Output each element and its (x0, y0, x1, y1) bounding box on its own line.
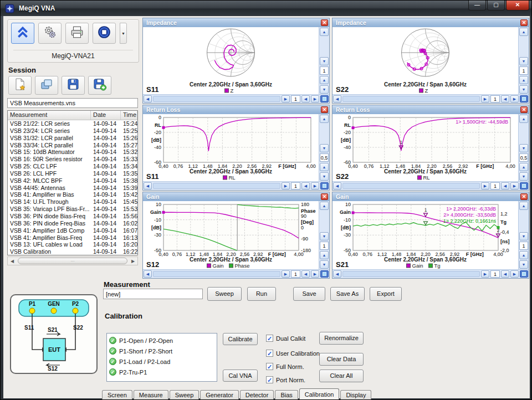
close-icon[interactable]: ✕ (520, 19, 528, 26)
chart-area[interactable]: 10Gain-10[dB]-30-501,2Tg-0,4[ns]-2,00,40… (332, 201, 518, 269)
scroll-track[interactable] (153, 96, 280, 102)
scroll-down-icon[interactable]: ▼ (519, 232, 528, 240)
chart-area[interactable]: Center 2,20GHz / Span 3,60GHzZS11 (143, 27, 319, 94)
scale-up-icon[interactable]: ▲ (320, 76, 329, 84)
scroll-down-icon[interactable]: ▼ (320, 57, 329, 65)
column-header-measurement[interactable]: Measurement (8, 111, 91, 120)
close-icon[interactable]: ✕ (321, 19, 328, 26)
panel-vscrollbar[interactable]: ▲▼1▲▼ (319, 201, 329, 269)
scroll-right-icon[interactable]: ▶ (481, 270, 489, 278)
hscale-value[interactable]: 1 (490, 182, 500, 189)
panel-mode-button[interactable] (520, 95, 528, 102)
page-left-icon[interactable]: ◀ (301, 270, 310, 278)
close-icon[interactable]: ✕ (520, 193, 528, 200)
chart-area[interactable]: Center 2,20GHz / Span 3,60GHzZS22 (332, 27, 518, 94)
table-row[interactable]: VSB 16: 50R Series resistor14-09-1415:33 (8, 156, 137, 163)
checkbox-icon[interactable]: ✓ (266, 350, 273, 357)
scale-up-icon[interactable]: ▲ (519, 163, 528, 171)
scale-down-icon[interactable]: ▼ (320, 85, 329, 94)
table-row[interactable]: VSB 21/22: LCR series14-09-1415:24 (8, 120, 137, 127)
page-right-icon[interactable]: ▶ (311, 95, 319, 102)
chart-area[interactable]: 0RL-20[dB]-40-600,400,761,121,481,842,20… (143, 114, 319, 181)
table-row[interactable]: VSB 41: Amplifier Bias-Freq14-09-1416:13 (8, 234, 137, 242)
table-row[interactable]: VSB 23/24: LCR series14-09-1415:25 (8, 127, 137, 135)
panel-hscrollbar[interactable]: ◀▶1◀▶ (143, 269, 329, 278)
panel-titlebar[interactable]: Gain✕ (143, 192, 329, 201)
tab-screen[interactable]: Screen (102, 390, 132, 400)
table-row[interactable]: VSB 33/34: LCR parallel14-09-1415:27 (8, 142, 137, 149)
panel-titlebar[interactable]: Impedance✕ (143, 18, 329, 27)
scroll-up-icon[interactable]: ▲ (519, 202, 528, 210)
table-row[interactable]: VSB 36: PIN diode Bias-Freq14-09-1415:56 (8, 213, 137, 220)
panel-vscrollbar[interactable]: ▲▼1▲▼ (518, 27, 529, 94)
open-session-button[interactable] (35, 76, 58, 95)
maximize-button[interactable]: ▢ (487, 1, 505, 11)
page-right-icon[interactable]: ▶ (510, 95, 519, 102)
cal-vna-button[interactable]: Cal VNA (223, 370, 258, 382)
checkbox-full-norm-[interactable]: ✓Full Norm. (266, 363, 304, 370)
hscale-value[interactable]: 1 (291, 270, 300, 278)
calibrate-button[interactable]: Calibrate (223, 333, 258, 345)
panel-vscrollbar[interactable]: ▲▼0,5▲▼ (319, 114, 329, 181)
panel-mode-button[interactable] (320, 270, 329, 278)
scroll-thumb[interactable]: ··· (18, 258, 127, 264)
page-right-icon[interactable]: ▶ (510, 270, 519, 278)
checkbox-user-calibration[interactable]: ✓User Calibration (266, 350, 320, 357)
panel-hscrollbar[interactable]: ◀▶1◀▶ (143, 94, 329, 103)
scroll-track[interactable] (153, 271, 280, 277)
settings-button[interactable] (38, 23, 62, 44)
vscale-value[interactable]: 1 (320, 242, 329, 250)
export-button[interactable]: Export (370, 287, 402, 301)
page-right-icon[interactable]: ▶ (510, 182, 519, 189)
scroll-track[interactable] (153, 183, 280, 189)
sweep-button[interactable]: Sweep (207, 287, 242, 301)
table-row[interactable]: VSB 36: PIN diode Freq-Bias14-09-1416:02 (8, 220, 137, 227)
scroll-left-icon[interactable]: ◀ (8, 259, 17, 264)
scroll-down-icon[interactable]: ▼ (519, 57, 528, 65)
clear-all-button[interactable]: Clear All (319, 370, 364, 382)
panel-mode-button[interactable] (320, 182, 329, 189)
vscale-value[interactable]: 1 (519, 66, 528, 75)
checkbox-icon[interactable]: ✓ (266, 376, 273, 383)
scale-up-icon[interactable]: ▲ (519, 76, 528, 84)
hscale-value[interactable]: 1 (490, 95, 500, 102)
panel-mode-button[interactable] (520, 270, 528, 278)
table-row[interactable]: VSB 41: Amplifier w Bias14-09-1415:42 (8, 191, 137, 198)
column-header-time[interactable]: Time (121, 111, 137, 120)
print-button[interactable] (65, 23, 89, 44)
scale-down-icon[interactable]: ▼ (519, 172, 528, 181)
vscale-value[interactable]: 1 (519, 242, 528, 250)
scroll-left-icon[interactable]: ◀ (333, 270, 341, 278)
checkbox-icon[interactable]: ✓ (266, 363, 273, 370)
scale-down-icon[interactable]: ▼ (519, 260, 528, 269)
scale-down-icon[interactable]: ▼ (320, 172, 329, 181)
checkbox-dual-calkit[interactable]: ✓Dual Calkit (266, 335, 305, 342)
tab-measure[interactable]: Measure (134, 390, 168, 400)
scroll-right-icon[interactable]: ▶ (282, 95, 290, 102)
panel-titlebar[interactable]: Return Loss✕ (143, 105, 329, 114)
table-row[interactable]: VSB 15: 10dB Attenuator14-09-1415:32 (8, 148, 137, 156)
scroll-left-icon[interactable]: ◀ (333, 95, 341, 102)
column-header-date[interactable]: Date (91, 111, 121, 120)
panel-titlebar[interactable]: Return Loss✕ (332, 105, 529, 114)
measurement-table-header[interactable]: MeasurementDateTime (8, 111, 137, 120)
scroll-left-icon[interactable]: ◀ (144, 182, 152, 189)
calibration-step[interactable]: ✓P1-Load / P2-Load (109, 356, 214, 367)
hscale-value[interactable]: 1 (291, 95, 300, 102)
save-session-button[interactable] (62, 76, 85, 95)
instrument-dropdown-icon[interactable]: ▼ (120, 23, 127, 44)
renormalize-button[interactable]: Renormalize (319, 332, 364, 345)
scroll-down-icon[interactable]: ▼ (320, 144, 329, 152)
scroll-left-icon[interactable]: ◀ (144, 270, 152, 278)
page-left-icon[interactable]: ◀ (501, 270, 509, 278)
tab-sweep[interactable]: Sweep (170, 390, 200, 400)
table-row[interactable]: VSB 44/45: Antennas14-09-1415:39 (8, 184, 137, 192)
scroll-up-icon[interactable]: ▲ (320, 202, 329, 210)
checkbox-port-norm-[interactable]: ✓Port Norm. (266, 376, 305, 383)
scroll-left-icon[interactable]: ◀ (144, 95, 152, 102)
connect-button[interactable] (11, 23, 34, 44)
scale-down-icon[interactable]: ▼ (320, 260, 329, 269)
page-left-icon[interactable]: ◀ (301, 95, 310, 102)
scroll-track[interactable] (342, 183, 480, 189)
page-right-icon[interactable]: ▶ (311, 270, 319, 278)
